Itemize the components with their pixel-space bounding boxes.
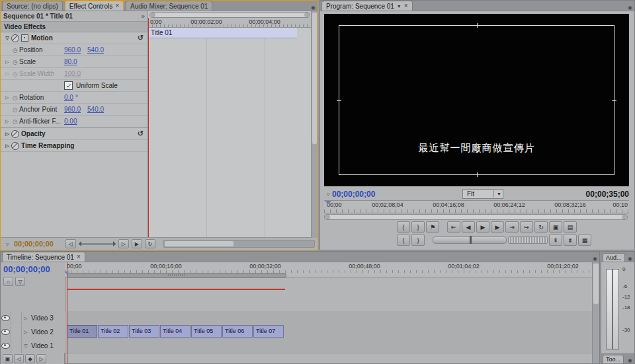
twisty-open-icon[interactable]: ▽ [3, 242, 11, 246]
twisty-open-icon[interactable]: ▽ [22, 344, 30, 349]
lift-button[interactable]: ⇞ [549, 235, 562, 246]
rotation-value[interactable]: 0.0 [64, 94, 73, 101]
zoom-in-button[interactable]: ▷ [118, 239, 129, 248]
viewing-area-bar[interactable] [324, 214, 628, 220]
panel-menu-icon[interactable]: ◉ [593, 256, 597, 262]
timeline-ruler[interactable]: 00;00 00;00;16;00 00;00;32;00 00;00;48;0… [65, 262, 593, 277]
mini-timeline-ruler[interactable]: 0;00 00;00;02;00 00;00;04;00 [148, 18, 312, 28]
effect-time-remapping-row[interactable]: ▷ Time Remapping [1, 140, 148, 152]
loop-button[interactable]: ↻ [145, 239, 155, 248]
next-keyframe-button[interactable]: ▷ [36, 354, 46, 363]
show-hide-timeline-view-button[interactable]: » [141, 13, 145, 20]
track-lock-box[interactable] [11, 312, 22, 325]
mini-timeline-clip[interactable]: Title 01 [148, 28, 297, 38]
uniform-scale-checkbox[interactable]: ✓ [64, 81, 73, 90]
go-to-out-button[interactable]: } [411, 221, 425, 233]
horizontal-scrollbar[interactable] [163, 240, 315, 248]
program-ruler[interactable]: 00;00 00;02;08;04 00;04;16;08 00;06;24;1… [324, 200, 629, 213]
track-lane-video1[interactable] [65, 339, 593, 353]
position-y-value[interactable]: 540.0 [87, 46, 104, 54]
loop-button[interactable]: ↻ [534, 221, 548, 233]
tab-timeline[interactable]: Timeline: Sequence 01 × [2, 252, 85, 262]
scale-value[interactable]: 80.0 [64, 58, 77, 65]
previous-keyframe-button[interactable]: ◁ [14, 354, 24, 363]
panel-menu-icon[interactable]: ◉ [311, 5, 316, 11]
stopwatch-icon[interactable]: ◷ [11, 59, 19, 65]
set-sequence-marker-button[interactable]: ▽ [15, 277, 25, 286]
reset-icon[interactable]: ↺ [138, 34, 144, 42]
effect-enabled-icon[interactable] [11, 142, 19, 150]
twisty-closed-icon[interactable]: ▷ [3, 119, 11, 124]
go-to-next-edit-button[interactable]: ⇥ [505, 221, 519, 233]
panel-menu-icon[interactable]: ◉ [628, 5, 632, 11]
anchor-x-value[interactable]: 960.0 [64, 106, 81, 113]
scrollbar-thumb[interactable] [165, 241, 233, 246]
tab-program[interactable]: Program: Sequence 01 ▼ × [321, 1, 413, 11]
toggle-track-output-button[interactable] [1, 312, 11, 325]
output-button[interactable]: ▤ [564, 221, 577, 233]
timeline-current-time[interactable]: 00;00;00;00 [3, 264, 50, 274]
tab-tools[interactable]: Too... [603, 355, 624, 363]
playhead[interactable] [148, 18, 149, 238]
track-name[interactable]: Video 2 [31, 328, 54, 336]
clip-title-03[interactable]: Title 03 [129, 325, 159, 338]
panel-menu-icon[interactable]: ◉ [628, 357, 632, 363]
close-icon[interactable]: × [77, 254, 81, 260]
zoom-level-select[interactable]: Fit ▼ [462, 189, 503, 199]
clip-title-01[interactable]: Title 01 [67, 325, 97, 338]
tab-effect-controls[interactable]: Effect Controls × [65, 1, 124, 11]
toggle-track-output-button[interactable] [1, 326, 11, 339]
scrollbar-thumb[interactable] [312, 13, 317, 144]
track-lane-video3[interactable] [65, 311, 593, 326]
zoom-slider[interactable] [79, 243, 116, 245]
scrollbar-thumb[interactable] [593, 264, 599, 304]
twisty-closed-icon[interactable]: ▷ [3, 143, 11, 149]
stopwatch-icon[interactable]: ◷ [11, 47, 19, 54]
vertical-scrollbar[interactable] [592, 262, 599, 363]
stopwatch-icon[interactable]: ◷ [11, 106, 19, 113]
program-current-time[interactable]: 00;00;00;00 [332, 190, 375, 199]
clip-title-06[interactable]: Title 06 [222, 325, 253, 338]
chevron-down-icon[interactable]: ▼ [397, 2, 402, 11]
effect-enabled-icon[interactable] [11, 130, 19, 138]
twisty-open-icon[interactable]: ▽ [324, 192, 332, 196]
play-button[interactable]: ▶ [476, 221, 489, 233]
timeline-playhead[interactable] [67, 262, 67, 363]
twisty-closed-icon[interactable]: ▷ [3, 95, 11, 100]
twisty-closed-icon[interactable]: ▷ [3, 59, 11, 65]
clip-title-02[interactable]: Title 02 [98, 325, 128, 338]
trim-right-button[interactable]: ) [411, 235, 425, 246]
track-lock-box[interactable] [11, 340, 22, 353]
reset-icon[interactable]: ↺ [138, 129, 144, 138]
go-to-in-button[interactable]: { [397, 221, 410, 233]
jog-disk[interactable] [508, 237, 548, 244]
track-name[interactable]: Video 3 [31, 314, 54, 322]
clip-title-05[interactable]: Title 05 [191, 325, 222, 338]
tab-audio-master-meters[interactable]: Aud... [603, 253, 625, 262]
track-lock-box[interactable] [11, 326, 22, 339]
program-playhead-marker[interactable] [325, 201, 331, 207]
effect-controls-timecode[interactable]: 00;00;00;00 [14, 240, 54, 248]
tab-audio-mixer[interactable]: Audio Mixer: Sequence 01 [126, 1, 212, 11]
track-lane-video2[interactable]: Title 01 Title 02 Title 03 Title 04 Titl… [65, 325, 593, 340]
chevron-down-icon[interactable]: ▼ [493, 190, 503, 198]
clip-title-07[interactable]: Title 07 [253, 325, 284, 338]
set-marker-button[interactable]: ⚑ [426, 221, 439, 233]
clip-title-04[interactable]: Title 04 [160, 325, 190, 338]
safe-margins-button[interactable]: ▣ [549, 221, 562, 233]
stopwatch-icon[interactable]: ◷ [11, 118, 19, 125]
panel-menu-icon[interactable]: ◉ [628, 256, 632, 262]
trim-left-button[interactable]: ( [397, 235, 410, 246]
step-forward-button[interactable]: ▶ [491, 221, 504, 233]
extract-button[interactable]: ⇟ [564, 235, 577, 246]
twisty-closed-icon[interactable]: ▷ [3, 131, 11, 137]
step-back-button[interactable]: ◀ [462, 221, 475, 233]
work-area-bar[interactable] [67, 273, 286, 278]
stopwatch-icon[interactable]: ◷ [11, 94, 19, 101]
track-name[interactable]: Video 1 [31, 342, 54, 349]
position-x-value[interactable]: 960.0 [64, 46, 81, 54]
anti-flicker-value[interactable]: 0.00 [64, 118, 77, 125]
play-in-to-out-button[interactable]: ↪ [520, 221, 533, 233]
shuttle-slider[interactable] [433, 237, 507, 244]
set-display-style-button[interactable]: ▣ [3, 354, 13, 363]
